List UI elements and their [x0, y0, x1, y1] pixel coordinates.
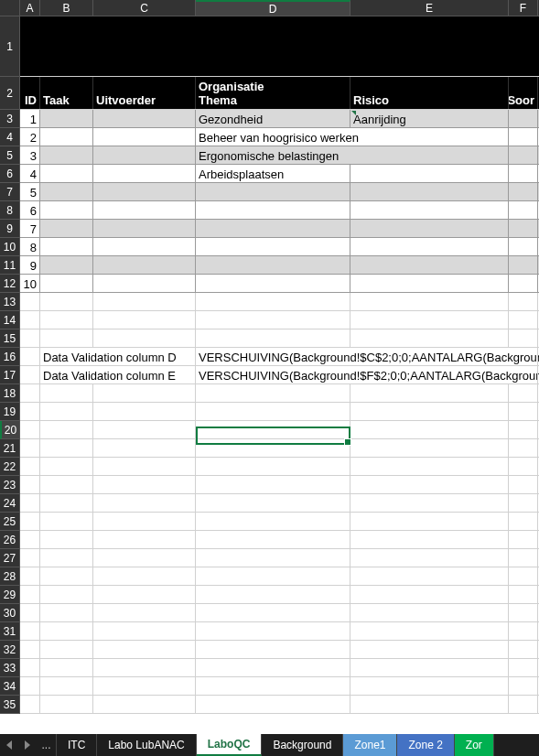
row-header-4[interactable]: 4 — [0, 128, 20, 146]
row-header-14[interactable]: 14 — [0, 311, 20, 329]
validation-label-d[interactable]: Data Validation column D — [40, 348, 93, 365]
row-header-17[interactable]: 17 — [0, 366, 20, 384]
col-header-D[interactable]: D — [196, 0, 350, 16]
tab-nav-next[interactable] — [18, 734, 37, 756]
cell-risico[interactable] — [350, 183, 509, 200]
cell-thema[interactable] — [196, 201, 350, 219]
cell[interactable] — [40, 165, 93, 182]
cell-thema[interactable] — [196, 256, 350, 274]
col-header-F[interactable]: F — [509, 0, 538, 16]
cell-thema[interactable]: Gezondheid — [196, 110, 350, 127]
row-header-29[interactable]: 29 — [0, 586, 20, 604]
row-header-15[interactable]: 15 — [0, 329, 20, 348]
row-header-34[interactable]: 34 — [0, 677, 20, 696]
tab-nav-prev[interactable] — [0, 734, 18, 756]
cell[interactable] — [40, 183, 93, 200]
cell[interactable] — [93, 110, 196, 127]
cell-thema[interactable] — [196, 238, 350, 255]
header-uitvoerder[interactable]: Uitvoerder — [93, 77, 196, 109]
row-header-32[interactable]: 32 — [0, 641, 20, 659]
cell-id[interactable]: 2 — [20, 128, 40, 146]
cell[interactable] — [40, 16, 93, 76]
row-header-12[interactable]: 12 — [0, 275, 20, 293]
cell[interactable] — [20, 16, 40, 76]
cell[interactable] — [509, 146, 538, 164]
row-header-25[interactable]: 25 — [0, 513, 20, 531]
cell[interactable] — [93, 238, 196, 255]
cell-id[interactable]: 5 — [20, 183, 40, 200]
cell[interactable] — [40, 146, 93, 164]
cell-risico[interactable] — [350, 165, 509, 182]
cell[interactable] — [40, 275, 93, 292]
validation-label-e[interactable]: Data Validation column E — [40, 366, 93, 383]
cell[interactable] — [509, 128, 538, 146]
sheet-tab-zone-2[interactable]: Zone 2 — [397, 734, 454, 756]
sheet-tab-background[interactable]: Background — [262, 734, 343, 756]
header-risico[interactable]: Risico — [350, 77, 509, 109]
cell-id[interactable]: 9 — [20, 256, 40, 274]
cell[interactable] — [350, 16, 509, 76]
sheet-tab-labo-lubanac[interactable]: Labo LubANAC — [97, 734, 196, 756]
cell[interactable] — [509, 238, 538, 255]
cell[interactable] — [509, 256, 538, 274]
cell[interactable] — [40, 256, 93, 274]
row-header-30[interactable]: 30 — [0, 604, 20, 622]
cell[interactable] — [509, 110, 538, 127]
cell[interactable] — [509, 220, 538, 237]
cell[interactable] — [93, 146, 196, 164]
tab-overflow-button[interactable]: ... — [37, 734, 57, 756]
cell[interactable] — [196, 16, 350, 76]
cell[interactable] — [93, 165, 196, 182]
cell[interactable] — [93, 220, 196, 237]
cell-thema[interactable]: Ergonomische belastingen — [196, 146, 350, 164]
cell-risico[interactable] — [350, 256, 509, 274]
cell-risico[interactable]: Aanrijding — [350, 110, 509, 127]
row-header-35[interactable]: 35 — [0, 696, 20, 714]
row-header-28[interactable]: 28 — [0, 567, 20, 586]
cell-id[interactable]: 3 — [20, 146, 40, 164]
cell-thema[interactable] — [196, 275, 350, 292]
row-header-16[interactable]: 16 — [0, 348, 20, 366]
row-header-23[interactable]: 23 — [0, 476, 20, 494]
row-header-19[interactable]: 19 — [0, 403, 20, 421]
row-header-20[interactable]: 20 — [0, 421, 20, 439]
row-header-10[interactable]: 10 — [0, 238, 20, 256]
select-all-corner[interactable] — [0, 0, 20, 16]
sheet-tab-itc[interactable]: ITC — [57, 734, 97, 756]
cell-id[interactable]: 8 — [20, 238, 40, 255]
header-taak[interactable]: Taak — [40, 77, 93, 109]
cell[interactable] — [40, 220, 93, 237]
row-header-33[interactable]: 33 — [0, 659, 20, 677]
cell-risico[interactable] — [350, 201, 509, 219]
cell[interactable] — [93, 16, 196, 76]
cell[interactable] — [93, 275, 196, 292]
header-id[interactable]: ID — [20, 77, 40, 109]
cell-id[interactable]: 1 — [20, 110, 40, 127]
cell[interactable] — [40, 128, 93, 146]
col-header-E[interactable]: E — [350, 0, 509, 16]
sheet-tab-zone1[interactable]: Zone1 — [343, 734, 397, 756]
row-header-27[interactable]: 27 — [0, 549, 20, 567]
cell[interactable] — [509, 201, 538, 219]
cell-id[interactable]: 6 — [20, 201, 40, 219]
row-header-9[interactable]: 9 — [0, 220, 20, 238]
cell-risico[interactable] — [350, 238, 509, 255]
cell[interactable] — [509, 16, 538, 76]
row-header-13[interactable]: 13 — [0, 293, 20, 311]
row-header-21[interactable]: 21 — [0, 439, 20, 458]
col-header-C[interactable]: C — [93, 0, 196, 16]
row-header-6[interactable]: 6 — [0, 165, 20, 183]
row-header-8[interactable]: 8 — [0, 201, 20, 220]
cell-risico[interactable] — [350, 220, 509, 237]
row-header-11[interactable]: 11 — [0, 256, 20, 275]
row-header-1[interactable]: 1 — [0, 16, 20, 77]
row-header-7[interactable]: 7 — [0, 183, 20, 201]
cell[interactable] — [93, 201, 196, 219]
validation-formula-e[interactable]: VERSCHUIVING(Background!$F$2;0;0;AANTALA… — [196, 366, 350, 383]
cell-risico[interactable] — [350, 275, 509, 292]
cell-thema[interactable]: Arbeidsplaatsen — [196, 165, 350, 182]
header-organisatie[interactable]: Organisatie Thema — [196, 77, 350, 109]
cell-id[interactable]: 4 — [20, 165, 40, 182]
cell[interactable] — [40, 238, 93, 255]
row-header-31[interactable]: 31 — [0, 622, 20, 641]
